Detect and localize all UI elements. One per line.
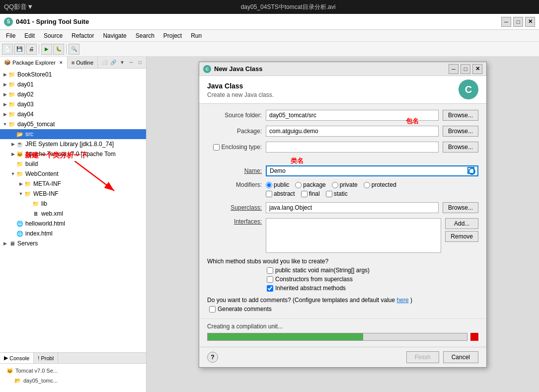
comments-here-link[interactable]: here bbox=[397, 297, 409, 304]
stub-main-label[interactable]: public static void main(String[] args) bbox=[267, 267, 478, 274]
toolbar-new[interactable]: 📄 bbox=[2, 44, 13, 55]
modifier-package-radio[interactable] bbox=[295, 182, 302, 188]
modifier-protected-radio[interactable] bbox=[364, 182, 370, 188]
toolbar-save[interactable]: 💾 bbox=[14, 44, 25, 55]
tree-item-servers[interactable]: ▶ 🖥 Servers bbox=[0, 238, 146, 248]
tab-package-explorer[interactable]: 📦 Package Explorer ✕ bbox=[0, 57, 68, 69]
toolbar-search[interactable]: 🔍 bbox=[69, 44, 79, 55]
superclass-input[interactable] bbox=[266, 202, 439, 213]
tree-item-lib[interactable]: 📁 lib bbox=[0, 199, 146, 209]
tree-item-jre[interactable]: ▶ ☕ JRE System Library [jdk1.8.0_74] bbox=[0, 139, 146, 149]
interfaces-remove-button[interactable]: Remove bbox=[445, 231, 478, 242]
dialog-maximize-button[interactable]: □ bbox=[461, 64, 470, 74]
cancel-button[interactable]: Cancel bbox=[443, 351, 478, 363]
menu-project[interactable]: Project bbox=[159, 31, 186, 40]
tree-item-webcontent[interactable]: ▼ 📁 WebContent bbox=[0, 169, 146, 179]
dialog-title: New Java Class bbox=[214, 65, 263, 73]
tree-item-day04[interactable]: ▶ 📁 day04 bbox=[0, 109, 146, 119]
menu-edit[interactable]: Edit bbox=[20, 31, 39, 40]
dialog-titlebar-controls: ─ □ ✕ bbox=[449, 64, 482, 74]
source-folder-browse-button[interactable]: Browse... bbox=[443, 110, 478, 121]
bottom-item-day05[interactable]: 📂 day05_tomc... bbox=[12, 376, 142, 386]
finish-button[interactable]: Finish bbox=[406, 351, 439, 363]
bottom-item-tomcat[interactable]: 🐱 Tomcat v7.0 Se... bbox=[4, 366, 142, 376]
menu-run[interactable]: Run bbox=[187, 31, 206, 40]
tree-item-build[interactable]: 📁 build bbox=[0, 159, 146, 169]
dialog-header-subtitle: Create a new Java class. bbox=[207, 91, 274, 98]
tree-item-label: day03 bbox=[17, 101, 34, 108]
toolbar-run[interactable]: ▶ bbox=[41, 44, 52, 55]
dialog-close-button[interactable]: ✕ bbox=[472, 64, 482, 74]
close-tab-icon[interactable]: ✕ bbox=[59, 60, 63, 65]
menu-refactor[interactable]: Refactor bbox=[68, 31, 98, 40]
tree-item-day02[interactable]: ▶ 📁 day02 bbox=[0, 89, 146, 99]
package-input[interactable] bbox=[266, 126, 439, 137]
minimize-panel-button[interactable]: ─ bbox=[127, 59, 135, 67]
modifier-static-label[interactable]: static bbox=[326, 190, 348, 197]
dialog-header-title: Java Class bbox=[207, 82, 274, 90]
tree-item-webinf[interactable]: ▼ 📁 WEB-INF bbox=[0, 189, 146, 199]
expand-arrow: ▶ bbox=[10, 142, 16, 147]
generate-comments-label[interactable]: Generate comments bbox=[209, 306, 478, 313]
tree-item-bookstore[interactable]: ▶ 📁 BookStore01 bbox=[0, 70, 146, 79]
tab-console[interactable]: ▶ Console bbox=[0, 353, 34, 363]
modifier-abstract-label[interactable]: abstract bbox=[266, 190, 295, 197]
menu-search[interactable]: Search bbox=[132, 31, 158, 40]
maximize-panel-button[interactable]: □ bbox=[136, 59, 144, 67]
menu-source[interactable]: Source bbox=[40, 31, 67, 40]
stub-inherited-checkbox[interactable] bbox=[267, 285, 273, 292]
stubs-question: Which method stubs would you like to cre… bbox=[207, 258, 478, 265]
collapse-all-button[interactable]: ⬜ bbox=[100, 59, 108, 67]
minimize-button[interactable]: ─ bbox=[501, 17, 511, 27]
tab-outline[interactable]: ≡ Outline bbox=[68, 57, 98, 68]
stub-constructors-checkbox[interactable] bbox=[267, 276, 273, 283]
modifier-protected-label[interactable]: protected bbox=[364, 181, 396, 188]
generate-comments-checkbox[interactable] bbox=[209, 306, 216, 313]
enclosing-type-browse-button[interactable]: Browse... bbox=[443, 142, 478, 153]
tree-item-day05tomcat[interactable]: ▼ 📁 day05_tomcat bbox=[0, 119, 146, 129]
progress-bar-container bbox=[207, 333, 478, 341]
tree-item-webxml[interactable]: 🗎 web.xml bbox=[0, 209, 146, 219]
menu-navigate[interactable]: Navigate bbox=[99, 31, 130, 40]
toolbar-print[interactable]: 🖨 bbox=[26, 44, 37, 55]
tab-problems[interactable]: ! Probl bbox=[34, 353, 58, 363]
tree-item-tomcat[interactable]: ▶ 🐱 Apache Tomcat v7.0 [Apache Tom bbox=[0, 149, 146, 159]
toolbar-debug[interactable]: 🐛 bbox=[53, 44, 64, 55]
tree-item-day03[interactable]: ▶ 📁 day03 bbox=[0, 99, 146, 109]
menu-file[interactable]: File bbox=[2, 31, 19, 40]
tree-item-src[interactable]: 📂 src bbox=[0, 129, 146, 139]
tree-item-day01[interactable]: ▶ 📁 day01 bbox=[0, 79, 146, 89]
stub-inherited-label[interactable]: Inherited abstract methods bbox=[267, 285, 478, 292]
stub-constructors-label[interactable]: Constructors from superclass bbox=[267, 276, 478, 283]
modifier-private-radio[interactable] bbox=[332, 182, 338, 188]
progress-stop-button[interactable] bbox=[470, 333, 478, 341]
modifier-final-label[interactable]: final bbox=[301, 190, 320, 197]
tree-item-metainf[interactable]: ▶ 📁 META-INF bbox=[0, 179, 146, 189]
tree-item-label: day02 bbox=[17, 91, 34, 98]
dialog-titlebar: C New Java Class ─ □ ✕ bbox=[199, 62, 486, 76]
package-browse-button[interactable]: Browse... bbox=[443, 126, 478, 137]
dialog-minimize-button[interactable]: ─ bbox=[449, 64, 459, 74]
enclosing-type-input[interactable] bbox=[266, 142, 439, 153]
tree-item-index[interactable]: 🌐 index.html bbox=[0, 229, 146, 238]
link-button[interactable]: 🔗 bbox=[109, 59, 117, 67]
stub-main-checkbox[interactable] bbox=[267, 267, 273, 274]
modifier-final-checkbox[interactable] bbox=[301, 191, 308, 197]
enclosing-type-checkbox[interactable] bbox=[213, 144, 220, 151]
interfaces-add-button[interactable]: Add... bbox=[445, 218, 478, 229]
problems-label: Probl bbox=[41, 355, 54, 361]
panel-menu-button[interactable]: ▼ bbox=[118, 59, 126, 67]
tree-item-helloworld[interactable]: 🌐 helloworld.html bbox=[0, 219, 146, 229]
modifier-private-label[interactable]: private bbox=[332, 181, 358, 188]
modifier-static-checkbox[interactable] bbox=[326, 191, 332, 197]
modifier-public-radio[interactable] bbox=[266, 182, 272, 188]
progress-label: Creating a compilation unit... bbox=[207, 323, 478, 330]
close-button[interactable]: ✕ bbox=[525, 17, 535, 27]
help-button[interactable]: ? bbox=[207, 352, 218, 363]
modifier-package-label[interactable]: package bbox=[295, 181, 325, 188]
maximize-button[interactable]: □ bbox=[513, 17, 523, 27]
modifier-abstract-checkbox[interactable] bbox=[266, 191, 272, 197]
modifier-public-label[interactable]: public bbox=[266, 181, 289, 188]
superclass-browse-button[interactable]: Browse... bbox=[443, 202, 478, 213]
name-input[interactable] bbox=[266, 165, 478, 176]
